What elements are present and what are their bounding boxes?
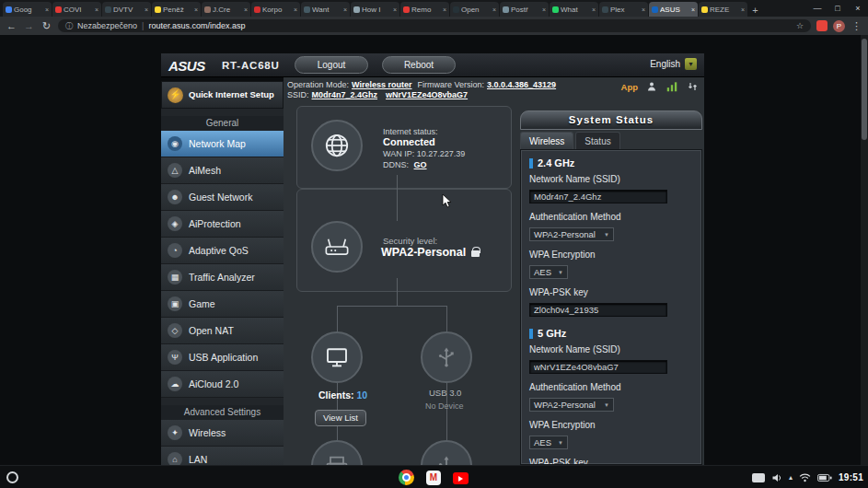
language-selector[interactable]: English ▼ <box>650 58 697 70</box>
tab-close-icon[interactable]: × <box>741 6 745 13</box>
site-info-icon[interactable]: ⓘ <box>65 21 73 31</box>
youtube-icon[interactable] <box>453 472 469 484</box>
tab-wireless[interactable]: Wireless <box>520 132 573 149</box>
router-security-node[interactable] <box>311 221 363 273</box>
tab-close-icon[interactable]: × <box>244 6 248 13</box>
chrome-icon[interactable] <box>399 470 414 485</box>
forward-icon[interactable]: → <box>23 20 35 31</box>
page-scrollbar[interactable] <box>861 35 868 465</box>
usb-node[interactable] <box>421 331 472 383</box>
printer-node[interactable] <box>311 440 363 465</box>
scrollbar-thumb[interactable] <box>862 39 867 140</box>
volume-icon[interactable] <box>771 473 782 482</box>
sidebar-item-adaptive-qos[interactable]: ◔Adaptive QoS <box>161 238 284 264</box>
sidebar-item-traffic-analyzer[interactable]: ▦Traffic Analyzer <box>161 264 284 291</box>
tab-close-icon[interactable]: × <box>294 6 297 13</box>
sidebar-item-aiprotection[interactable]: ◈AiProtection <box>161 211 284 238</box>
browser-tab[interactable]: DVTV× <box>102 2 151 17</box>
usb2-node[interactable] <box>421 440 472 465</box>
clients-node[interactable] <box>311 331 363 383</box>
browser-tab[interactable]: Postř× <box>500 2 549 17</box>
logout-button[interactable]: Logout <box>295 56 368 74</box>
tab-close-icon[interactable]: × <box>393 6 397 13</box>
ssid-24-input[interactable] <box>529 190 667 203</box>
tab-close-icon[interactable]: × <box>542 6 546 13</box>
m-app-icon[interactable]: M <box>426 471 441 485</box>
reload-icon[interactable]: ↻ <box>41 20 52 32</box>
browser-tab-active-asus[interactable]: ASUS× <box>649 2 698 17</box>
browser-tab[interactable]: Peněž× <box>152 2 201 17</box>
sidebar-item-open-nat[interactable]: ◇Open NAT <box>161 318 284 344</box>
tab-close-icon[interactable]: × <box>691 6 695 13</box>
desktop-screen: Goog× COVI× DVTV× Peněž× J.Cre× Korpo× W… <box>0 0 868 488</box>
ddns-go-link[interactable]: GO <box>414 160 427 169</box>
back-icon[interactable]: ← <box>6 20 17 31</box>
sidebar-item-quick-internet-setup[interactable]: ⚡ Quick Internet Setup <box>161 81 284 109</box>
browser-tab[interactable]: Goog× <box>3 2 52 17</box>
key-24-input[interactable] <box>529 303 667 317</box>
profile-avatar[interactable]: P <box>833 20 845 32</box>
browser-tab[interactable]: COVI× <box>52 2 101 17</box>
browser-tab[interactable]: Plex× <box>599 2 648 17</box>
tab-close-icon[interactable]: × <box>343 6 347 13</box>
ssid-24-link[interactable]: M0dr4n7_2.4Ghz <box>312 90 378 99</box>
address-bar[interactable]: ⓘ Nezabezpečeno | router.asus.com/index.… <box>58 19 811 32</box>
browser-tab[interactable]: Want× <box>301 2 350 17</box>
reboot-button[interactable]: Reboot <box>382 56 456 74</box>
sidebar-item-aimesh[interactable]: △AiMesh <box>161 157 284 184</box>
enc-5-select[interactable]: AES▼ <box>529 436 568 449</box>
interface-arrows-icon[interactable] <box>687 81 699 92</box>
tab-close-icon[interactable]: × <box>194 6 198 13</box>
tab-close-icon[interactable]: × <box>592 6 596 13</box>
new-tab-button[interactable]: + <box>748 3 762 17</box>
wifi-icon[interactable] <box>799 473 811 482</box>
tab-status[interactable]: Status <box>575 132 619 149</box>
sidebar-item-network-map[interactable]: ◉Network Map <box>161 131 284 157</box>
notification-person-icon[interactable] <box>646 81 657 92</box>
browser-tab[interactable]: How I× <box>351 2 399 17</box>
browser-tab[interactable]: Open× <box>450 2 499 17</box>
tab-label: ASUS <box>660 6 689 14</box>
sidebar-item-wireless[interactable]: ✦Wireless <box>161 420 284 447</box>
extension-icon[interactable] <box>816 20 827 31</box>
signal-strength-icon[interactable] <box>665 81 678 92</box>
browser-tab[interactable]: J.Cre× <box>202 2 250 17</box>
tab-close-icon[interactable]: × <box>45 6 49 13</box>
firmware-version-link[interactable]: 3.0.0.4.386_43129 <box>487 80 556 89</box>
internet-globe-node[interactable] <box>311 120 363 171</box>
browser-tab[interactable]: Korpo× <box>251 2 300 17</box>
tab-close-icon[interactable]: × <box>95 6 98 13</box>
browser-tab[interactable]: REZE× <box>699 2 747 17</box>
sidebar-item-lan[interactable]: ⌂LAN <box>161 447 284 465</box>
chevron-down-icon[interactable]: ▼ <box>685 58 697 70</box>
menu-dots-icon[interactable]: ⋮ <box>851 20 862 32</box>
chevron-down-icon: ▼ <box>558 270 563 275</box>
tab-close-icon[interactable]: × <box>642 6 645 13</box>
sidebar-item-game[interactable]: ▣Game <box>161 291 284 318</box>
sidebar-item-usb-application[interactable]: ΨUSB Application <box>161 344 284 371</box>
bookmark-star-icon[interactable]: ☆ <box>796 21 804 30</box>
sidebar-item-label: Game <box>189 298 215 309</box>
enc-24-select[interactable]: AES▼ <box>529 265 568 279</box>
sidebar-item-aicloud[interactable]: ☁AiCloud 2.0 <box>161 371 284 398</box>
tab-close-icon[interactable]: × <box>145 6 148 13</box>
auth-24-select[interactable]: WPA2-Personal▼ <box>529 227 614 241</box>
auth-5-select[interactable]: WPA2-Personal▼ <box>529 398 614 412</box>
operation-mode-link[interactable]: Wireless router <box>352 80 411 89</box>
window-maximize-button[interactable]: □ <box>827 0 848 17</box>
clock[interactable]: 19:51 <box>839 472 863 482</box>
tab-close-icon[interactable]: × <box>492 6 496 13</box>
sidebar-item-guest-network[interactable]: ☻Guest Network <box>161 184 284 211</box>
keyboard-layout-icon[interactable] <box>752 473 765 482</box>
tab-close-icon[interactable]: × <box>443 6 446 13</box>
window-close-button[interactable]: × <box>848 0 868 17</box>
battery-icon[interactable] <box>817 473 832 482</box>
ssid-5-link[interactable]: wNrV1EZe4O8vbaG7 <box>386 90 468 99</box>
window-minimize-button[interactable]: — <box>807 0 827 17</box>
chevron-up-icon[interactable]: ▴ <box>789 473 793 482</box>
view-list-button[interactable]: View List <box>315 410 366 426</box>
ssid-5-input[interactable] <box>529 360 667 374</box>
app-launcher-icon[interactable] <box>6 471 18 483</box>
browser-tab[interactable]: What× <box>550 2 598 17</box>
browser-tab[interactable]: Remo× <box>400 2 449 17</box>
